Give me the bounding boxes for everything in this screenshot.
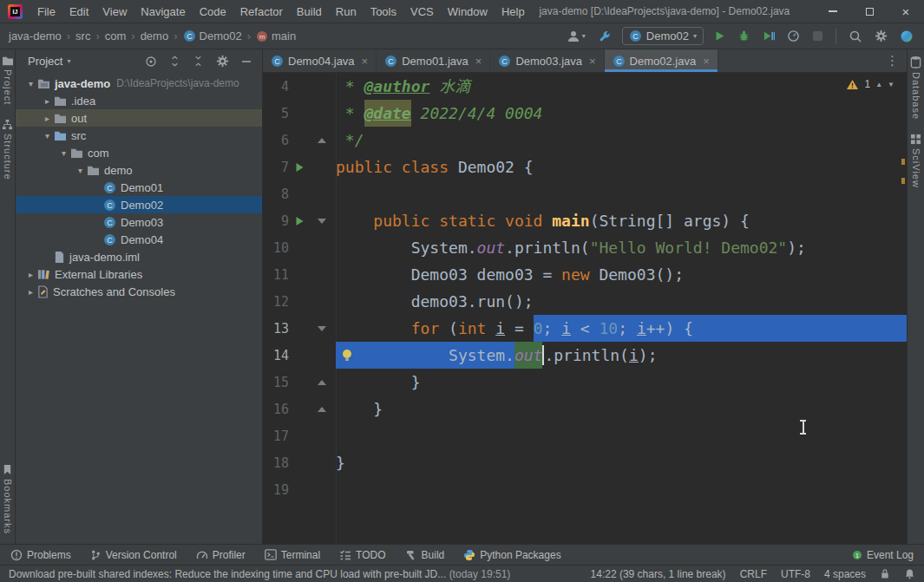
menu-window[interactable]: Window bbox=[441, 0, 495, 23]
expand-all-button[interactable] bbox=[167, 54, 182, 69]
fold-close-icon[interactable] bbox=[318, 138, 326, 143]
line-separator-widget[interactable]: CRLF bbox=[740, 568, 767, 580]
caret-position-widget[interactable]: 14:22 (39 chars, 1 line break) bbox=[591, 568, 726, 580]
run-line-icon[interactable] bbox=[295, 216, 305, 226]
tree-item-demo04[interactable]: CDemo04 bbox=[16, 231, 262, 248]
collapse-all-button[interactable] bbox=[191, 54, 206, 69]
tool-window-terminal[interactable]: Terminal bbox=[265, 549, 320, 561]
tree-item-demo[interactable]: ▾demo bbox=[16, 161, 262, 179]
close-icon[interactable]: × bbox=[362, 55, 369, 68]
tree-item-scratches-and-consoles[interactable]: ▸Scratches and Consoles bbox=[16, 283, 262, 300]
tree-item-src[interactable]: ▾src bbox=[16, 127, 262, 144]
tab-demo02.java[interactable]: CDemo02.java× bbox=[605, 49, 718, 72]
code-line-9[interactable]: 9 public static void main(String[] args)… bbox=[263, 207, 907, 234]
breadcrumb-java-demo[interactable]: java-demo bbox=[9, 29, 62, 43]
tool-window-build[interactable]: Build bbox=[405, 549, 445, 561]
fold-open-icon[interactable] bbox=[318, 326, 326, 331]
tab-demo04.java[interactable]: CDemo04.java× bbox=[263, 49, 377, 72]
run-config-selector[interactable]: C Demo02 ▾ bbox=[622, 27, 704, 45]
search-everywhere-button[interactable] bbox=[847, 28, 864, 45]
tool-window-version-control[interactable]: Version Control bbox=[90, 549, 177, 561]
notifications-icon[interactable] bbox=[904, 568, 915, 579]
debug-button[interactable] bbox=[736, 28, 752, 44]
code-line-12[interactable]: 12 demo03.run(); bbox=[263, 288, 907, 315]
chevron-open-icon[interactable]: ▾ bbox=[57, 148, 70, 158]
fold-open-icon[interactable] bbox=[318, 219, 326, 224]
chevron-closed-icon[interactable]: ▸ bbox=[24, 270, 37, 279]
tree-item-demo02[interactable]: CDemo02 bbox=[16, 196, 262, 213]
code-line-10[interactable]: 10 System.out.println("Hello World! Demo… bbox=[263, 234, 907, 261]
intellij-logo-icon[interactable]: IJ bbox=[8, 4, 23, 19]
menu-view[interactable]: View bbox=[95, 0, 134, 23]
code-line-19[interactable]: 19 bbox=[263, 476, 907, 503]
stop-button[interactable] bbox=[810, 28, 825, 44]
panel-settings-button[interactable] bbox=[214, 53, 231, 69]
code-line-11[interactable]: 11 Demo03 demo03 = new Demo03(); bbox=[263, 261, 907, 288]
tool-window-event-log[interactable]: 1Event Log bbox=[852, 549, 914, 561]
run-with-coverage-button[interactable] bbox=[761, 28, 777, 44]
run-button[interactable] bbox=[712, 28, 727, 44]
chevron-open-icon[interactable]: ▾ bbox=[74, 166, 87, 175]
fold-close-icon[interactable] bbox=[318, 380, 326, 385]
code-line-5[interactable]: 5 * @date 2022/4/4 0004 bbox=[263, 100, 907, 127]
menu-file[interactable]: File bbox=[30, 0, 62, 23]
tree-item-com[interactable]: ▾com bbox=[16, 144, 262, 161]
code-line-7[interactable]: 7public class Demo02 { bbox=[263, 154, 907, 180]
tool-stripe-project[interactable]: Project bbox=[2, 53, 14, 108]
code-line-8[interactable]: 8 bbox=[263, 180, 907, 207]
breadcrumb-src[interactable]: src bbox=[75, 29, 90, 43]
chevron-open-icon[interactable]: ▾ bbox=[41, 131, 54, 141]
close-button[interactable]: × bbox=[888, 0, 924, 23]
tool-window-problems[interactable]: Problems bbox=[10, 549, 71, 561]
menu-navigate[interactable]: Navigate bbox=[134, 0, 192, 23]
chevron-open-icon[interactable]: ▾ bbox=[24, 79, 37, 88]
tree-item-demo01[interactable]: CDemo01 bbox=[16, 179, 262, 196]
code-line-14[interactable]: 14 System.out.println(i); bbox=[263, 342, 907, 369]
lock-icon[interactable] bbox=[880, 568, 890, 579]
code-line-18[interactable]: 18} bbox=[263, 449, 907, 476]
tree-item-external-libraries[interactable]: ▸External Libraries bbox=[16, 265, 262, 283]
tool-stripe-sciview[interactable]: SciView bbox=[910, 131, 921, 191]
tree-item-demo03[interactable]: CDemo03 bbox=[16, 213, 262, 231]
code-line-17[interactable]: 17 bbox=[263, 422, 907, 449]
next-problem-icon[interactable]: ▼ bbox=[888, 81, 895, 88]
code-line-4[interactable]: 4 * @author 水滴 bbox=[263, 73, 907, 100]
menu-help[interactable]: Help bbox=[495, 0, 532, 23]
menu-edit[interactable]: Edit bbox=[62, 0, 95, 23]
breadcrumb-com[interactable]: com bbox=[105, 29, 127, 43]
code-with-me-button[interactable] bbox=[898, 28, 915, 45]
encoding-widget[interactable]: UTF-8 bbox=[781, 568, 810, 580]
tab-options-icon[interactable]: ⋮ bbox=[878, 53, 907, 69]
tool-stripe-bookmarks[interactable]: Bookmarks bbox=[3, 461, 13, 537]
menu-refactor[interactable]: Refactor bbox=[233, 0, 290, 23]
prev-problem-icon[interactable]: ▲ bbox=[875, 81, 882, 88]
settings-button[interactable] bbox=[873, 28, 889, 45]
tab-demo03.java[interactable]: CDemo03.java× bbox=[490, 49, 604, 72]
inspection-widget[interactable]: 1 ▲ ▼ bbox=[846, 78, 895, 90]
menu-code[interactable]: Code bbox=[193, 0, 233, 23]
tree-item-java-demo[interactable]: ▾java-demoD:\IdeaProjects\java-demo bbox=[16, 75, 262, 92]
code-line-16[interactable]: 16 } bbox=[263, 396, 907, 422]
project-panel-title[interactable]: Project bbox=[28, 55, 62, 68]
chevron-closed-icon[interactable]: ▸ bbox=[41, 114, 54, 123]
run-with-profiler-button[interactable] bbox=[785, 28, 802, 44]
scrollbar-warning-mark[interactable] bbox=[901, 159, 905, 165]
minimize-button[interactable] bbox=[815, 0, 851, 23]
intention-bulb-icon[interactable] bbox=[341, 349, 353, 362]
chevron-closed-icon[interactable]: ▸ bbox=[41, 96, 54, 106]
menu-tools[interactable]: Tools bbox=[364, 0, 403, 23]
breadcrumb-demo02[interactable]: CDemo02 bbox=[183, 29, 242, 43]
tool-window-todo[interactable]: TODO bbox=[339, 549, 385, 561]
tool-window-profiler[interactable]: Profiler bbox=[196, 549, 246, 561]
chevron-down-icon[interactable]: ▾ bbox=[67, 57, 70, 65]
close-icon[interactable]: × bbox=[589, 55, 596, 68]
close-icon[interactable]: × bbox=[475, 55, 482, 68]
status-message[interactable]: Download pre-built shared indexes: Reduc… bbox=[9, 568, 577, 580]
tree-item-out[interactable]: ▸out bbox=[16, 109, 262, 127]
close-icon[interactable]: × bbox=[703, 55, 710, 68]
menu-run[interactable]: Run bbox=[329, 0, 364, 23]
user-profile-button[interactable]: ▾ bbox=[565, 28, 587, 45]
chevron-closed-icon[interactable]: ▸ bbox=[24, 287, 37, 297]
indent-widget[interactable]: 4 spaces bbox=[824, 568, 866, 580]
tree-item-.idea[interactable]: ▸.idea bbox=[16, 92, 262, 109]
